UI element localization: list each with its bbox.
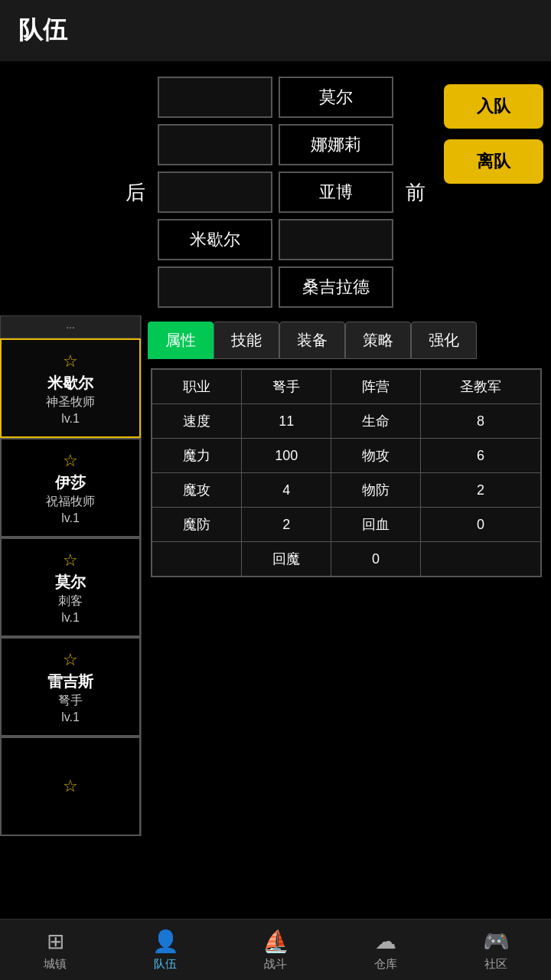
party-section: ··· ☆ 米歇尔 神圣牧师 lv.1 ☆ 伊莎 祝福牧师 lv.1 ☆ 莫尔 … (0, 315, 551, 836)
formation-row-4: 桑吉拉德 (158, 266, 393, 308)
party-list: ··· ☆ 米歇尔 神圣牧师 lv.1 ☆ 伊莎 祝福牧师 lv.1 ☆ 莫尔 … (0, 315, 142, 836)
战斗-icon: ⛵ (262, 929, 289, 954)
formation-cell-4-0[interactable] (158, 266, 272, 308)
stats-cell: 生命 (331, 404, 421, 439)
bottom-nav: ⊞ 城镇 👤 队伍 ⛵ 战斗 ☁ 仓库 🎮 社区 (0, 919, 551, 980)
formation-grid: 莫尔娜娜莉亚博米歇尔桑吉拉德 (158, 77, 393, 308)
member-name: 雷吉斯 (47, 671, 93, 691)
member-name: 米歇尔 (47, 373, 93, 393)
party-member-card-1[interactable]: ☆ 伊莎 祝福牧师 lv.1 (0, 438, 141, 537)
stats-row-0: 速度11生命8 (152, 404, 541, 439)
front-label: 前 (396, 179, 435, 206)
member-level: lv.1 (61, 412, 80, 426)
stats-cell: 0 (331, 542, 421, 577)
社区-icon: 🎮 (483, 929, 510, 954)
stats-cell: 8 (420, 404, 541, 439)
star-icon: ☆ (63, 650, 78, 670)
page-title: 队伍 (18, 16, 67, 44)
stats-table: 职业弩手阵营圣教军速度11生命8魔力100物攻6魔攻4物防2魔防2回血0回魔0 (151, 368, 542, 577)
member-name: 莫尔 (55, 572, 86, 592)
member-class: 祝福牧师 (46, 494, 95, 510)
back-label: 后 (116, 179, 155, 206)
stats-cell: 魔攻 (152, 473, 242, 508)
tab-0[interactable]: 属性 (148, 322, 214, 359)
stats-cell: 回血 (331, 508, 421, 542)
tab-4[interactable]: 强化 (411, 322, 477, 359)
list-header: ··· (0, 315, 141, 338)
stats-row-4: 回魔0 (152, 542, 541, 577)
star-icon: ☆ (63, 451, 78, 471)
stats-cell: 2 (420, 473, 541, 508)
tab-2[interactable]: 装备 (279, 322, 345, 359)
member-class: 刺客 (58, 593, 83, 609)
stats-cell: 物防 (331, 473, 421, 508)
tab-1[interactable]: 技能 (214, 322, 279, 359)
star-icon: ☆ (63, 351, 78, 371)
stats-cell: 物攻 (331, 439, 421, 473)
formation-cell-3-0[interactable]: 米歇尔 (158, 219, 272, 260)
page-header: 队伍 (0, 0, 551, 61)
member-level: lv.1 (61, 611, 80, 625)
城镇-icon: ⊞ (47, 929, 64, 954)
party-member-card-2[interactable]: ☆ 莫尔 刺客 lv.1 (0, 537, 141, 637)
stats-cell: 回魔 (242, 542, 331, 577)
formation-cell-0-1[interactable]: 莫尔 (279, 77, 393, 118)
nav-label-1: 队伍 (154, 957, 177, 972)
stats-cell (152, 542, 242, 577)
stats-header: 职业 (152, 369, 242, 404)
nav-label-3: 仓库 (374, 957, 397, 972)
stats-cell: 4 (242, 473, 331, 508)
队伍-icon: 👤 (152, 929, 179, 954)
formation-cell-2-0[interactable] (158, 172, 272, 213)
formation-buttons: 入队 离队 (444, 84, 543, 184)
stats-row-1: 魔力100物攻6 (152, 439, 541, 473)
member-class: 弩手 (58, 693, 83, 709)
formation-cell-0-0[interactable] (158, 77, 272, 118)
member-name: 伊莎 (55, 472, 86, 492)
stats-cell (420, 542, 541, 577)
stats-cell: 2 (242, 508, 331, 542)
party-member-card-4[interactable]: ☆ (0, 737, 141, 836)
member-level: lv.1 (61, 710, 80, 724)
formation-cell-1-1[interactable]: 娜娜莉 (279, 124, 393, 165)
formation-row-3: 米歇尔 (158, 219, 393, 260)
stats-cell: 魔力 (152, 439, 242, 473)
stats-row-2: 魔攻4物防2 (152, 473, 541, 508)
formation-cell-1-0[interactable] (158, 124, 272, 165)
nav-label-4: 社区 (484, 957, 507, 972)
party-member-card-0[interactable]: ☆ 米歇尔 神圣牧师 lv.1 (0, 338, 141, 438)
right-panel: 属性技能装备策略强化 职业弩手阵营圣教军速度11生命8魔力100物攻6魔攻4物防… (142, 315, 551, 836)
stats-header: 弩手 (242, 369, 331, 404)
star-icon: ☆ (63, 550, 78, 570)
join-button[interactable]: 入队 (444, 84, 543, 129)
formation-cell-2-1[interactable]: 亚博 (279, 172, 393, 213)
nav-item-社区[interactable]: 🎮 社区 (441, 920, 551, 980)
stats-row-3: 魔防2回血0 (152, 508, 541, 542)
nav-item-仓库[interactable]: ☁ 仓库 (331, 920, 441, 980)
nav-item-战斗[interactable]: ⛵ 战斗 (220, 920, 331, 980)
stats-cell: 魔防 (152, 508, 242, 542)
nav-item-城镇[interactable]: ⊞ 城镇 (0, 920, 110, 980)
nav-label-2: 战斗 (264, 957, 287, 972)
stats-cell: 速度 (152, 404, 242, 439)
stats-header: 圣教军 (420, 369, 541, 404)
stats-cell: 6 (420, 439, 541, 473)
tab-bar: 属性技能装备策略强化 (142, 315, 551, 359)
leave-button[interactable]: 离队 (444, 139, 543, 184)
stats-cell: 0 (420, 508, 541, 542)
member-level: lv.1 (61, 511, 80, 525)
stats-cell: 100 (242, 439, 331, 473)
仓库-icon: ☁ (375, 929, 396, 954)
formation-row-2: 亚博 (158, 172, 393, 213)
formation-cell-4-1[interactable]: 桑吉拉德 (279, 266, 393, 308)
member-class: 神圣牧师 (46, 394, 95, 410)
formation-cell-3-1[interactable] (279, 219, 393, 260)
tab-3[interactable]: 策略 (345, 322, 411, 359)
party-member-card-3[interactable]: ☆ 雷吉斯 弩手 lv.1 (0, 637, 141, 737)
star-icon: ☆ (63, 776, 78, 796)
stats-container: 职业弩手阵营圣教军速度11生命8魔力100物攻6魔攻4物防2魔防2回血0回魔0 (142, 359, 551, 586)
nav-item-队伍[interactable]: 👤 队伍 (110, 920, 220, 980)
formation-row-0: 莫尔 (158, 77, 393, 118)
nav-label-0: 城镇 (44, 957, 67, 972)
formation-area: 后 莫尔娜娜莉亚博米歇尔桑吉拉德 前 入队 离队 (0, 61, 551, 315)
